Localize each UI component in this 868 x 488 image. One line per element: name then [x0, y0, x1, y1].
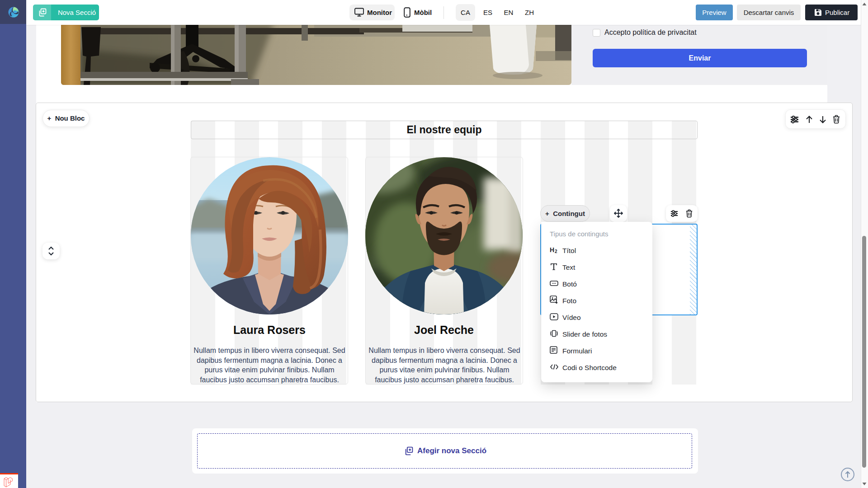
svg-text:H: H	[550, 246, 554, 253]
svg-text:2: 2	[555, 249, 557, 253]
